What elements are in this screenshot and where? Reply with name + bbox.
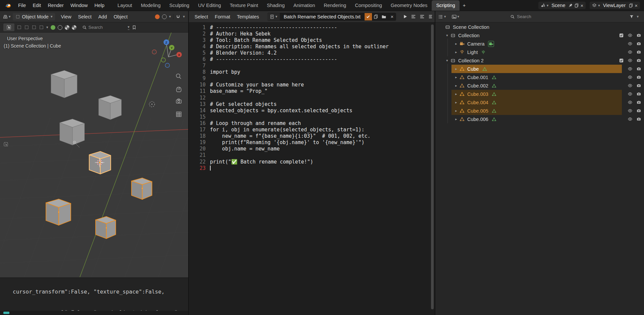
tab-sculpting[interactable]: Sculpting	[165, 0, 194, 11]
code-line[interactable]: 18 new_name = f"{base_name}{i:03}" # 001…	[194, 133, 435, 139]
snap-magnet-icon[interactable]	[176, 14, 180, 19]
code-line[interactable]: 14selected_objects = bpy.context.selecte…	[194, 107, 435, 114]
code-line[interactable]: 15	[194, 114, 435, 120]
chevron-down-icon[interactable]: ▾	[46, 25, 48, 29]
cube-object-unselected[interactable]	[51, 70, 77, 98]
code-line[interactable]: 17for i, obj in enumerate(selected_objec…	[194, 127, 435, 133]
menu-render[interactable]: Render	[44, 1, 67, 9]
tab-shading[interactable]: Shading	[263, 0, 289, 11]
expand-icon[interactable]: ▸	[454, 75, 459, 79]
code-line[interactable]: 21	[194, 152, 435, 159]
new-viewlayer-icon[interactable]	[629, 3, 633, 8]
code-line[interactable]: 2# Author: Heka Sebek	[194, 30, 435, 37]
chevron-down-icon[interactable]: ▾	[598, 4, 600, 7]
hide-eye-icon[interactable]	[628, 100, 633, 105]
navigation-gizmo[interactable]: Z Y X	[152, 40, 182, 68]
new-text-icon[interactable]	[372, 13, 380, 20]
hide-eye-icon[interactable]	[628, 75, 633, 80]
tab-uv-editing[interactable]: UV Editing	[194, 0, 225, 11]
select-mode-subtract-icon[interactable]	[32, 25, 37, 30]
code-line[interactable]: 9	[194, 75, 435, 82]
menu-object[interactable]: Object	[111, 13, 131, 21]
cube-object-selected[interactable]	[131, 178, 152, 199]
scrollbar-thumb[interactable]	[431, 24, 434, 309]
display-mode-icon[interactable]	[451, 14, 457, 19]
code-area[interactable]: 1# -------------------------------------…	[189, 22, 435, 315]
add-workspace-button[interactable]: +	[460, 0, 469, 11]
cube-object-unselected[interactable]	[99, 96, 121, 120]
outliner-row-collection-2[interactable]: ▾ Collection 2	[435, 56, 644, 65]
cube-object-selected[interactable]	[46, 199, 71, 225]
ortho-grid-icon[interactable]	[176, 112, 181, 117]
hide-eye-icon[interactable]	[628, 91, 633, 97]
expand-icon[interactable]: ▸	[454, 84, 459, 87]
bookmark-icon[interactable]	[132, 25, 137, 30]
hide-eye-icon[interactable]	[628, 33, 633, 38]
outliner-row-camera[interactable]: ▸ Camera	[435, 40, 644, 48]
gizmo-neg-y-ball[interactable]	[161, 58, 166, 62]
hide-eye-icon[interactable]	[628, 41, 633, 46]
code-line[interactable]: 12	[194, 94, 435, 101]
hide-eye-icon[interactable]	[628, 83, 633, 88]
scene-name[interactable]: Scene	[550, 3, 567, 8]
menu-window[interactable]: Window	[67, 1, 91, 9]
syntax-highlight-toggle-icon[interactable]	[428, 14, 432, 19]
menu-edit[interactable]: Edit	[29, 1, 44, 9]
editor-type-outliner-icon[interactable]	[438, 14, 443, 19]
outliner-row-cube-004[interactable]: ▸ Cube.004	[435, 98, 644, 107]
menu-add[interactable]: Add	[95, 13, 110, 21]
preset-dropdown-icon[interactable]: ▾	[128, 25, 130, 30]
gizmo-neg-x-ball[interactable]	[152, 50, 157, 54]
render-visibility-icon[interactable]	[636, 91, 641, 97]
editor-type-3d-viewport-icon[interactable]	[3, 14, 8, 19]
viewlayer-icon[interactable]	[592, 3, 597, 8]
outliner-row-cube-active[interactable]: ▸ Cube	[435, 65, 644, 73]
render-visibility-icon[interactable]	[636, 108, 641, 113]
camera-view-icon[interactable]	[176, 99, 181, 103]
remove-viewlayer-icon[interactable]: ×	[635, 3, 638, 8]
toolbar-tab-icon[interactable]	[4, 142, 8, 146]
expand-icon[interactable]: ▸	[454, 109, 459, 113]
code-line[interactable]: 20 obj.name = new_name	[194, 146, 435, 152]
chevron-down-icon[interactable]: ▾	[458, 15, 460, 18]
code-line[interactable]: 22print("✅ Batch rename complete!")	[194, 159, 435, 165]
viewlayer-name[interactable]: ViewLayer	[601, 3, 627, 8]
expand-icon[interactable]: ▸	[454, 92, 459, 96]
expand-icon[interactable]: ▸	[454, 50, 459, 54]
chevron-down-icon[interactable]: ▾	[637, 15, 639, 18]
render-visibility-icon[interactable]	[636, 33, 641, 38]
select-mode-invert-icon[interactable]	[39, 25, 44, 30]
render-visibility-icon[interactable]	[636, 83, 641, 88]
sphere-outline-icon[interactable]	[58, 25, 62, 30]
outliner-row-cube-005[interactable]: ▸ Cube.005	[435, 107, 644, 115]
outliner-search-input[interactable]	[517, 14, 567, 19]
open-text-icon[interactable]	[380, 13, 388, 20]
code-line[interactable]: 16# Loop through and rename each	[194, 120, 435, 126]
unlink-text-icon[interactable]: ×	[388, 13, 396, 20]
collection-checkbox-icon[interactable]	[619, 58, 624, 63]
code-line-current[interactable]: 23	[194, 165, 435, 171]
zoom-icon[interactable]	[176, 74, 181, 79]
filter-funnel-icon[interactable]	[629, 14, 634, 19]
expand-icon[interactable]: ▸	[454, 101, 459, 104]
code-line[interactable]: 6# -------------------------------------…	[194, 56, 435, 62]
render-visibility-icon[interactable]	[636, 75, 641, 80]
tab-animation[interactable]: Animation	[289, 0, 319, 11]
active-tool-select-box-button[interactable]	[3, 23, 14, 31]
tab-modeling[interactable]: Modeling	[137, 0, 165, 11]
expand-icon[interactable]: ▸	[454, 67, 459, 71]
outliner-row-cube-001[interactable]: ▸ Cube.001	[435, 73, 644, 81]
menu-help[interactable]: Help	[91, 1, 108, 9]
run-script-button[interactable]	[402, 14, 408, 19]
hide-eye-icon[interactable]	[628, 50, 633, 55]
render-visibility-icon[interactable]	[636, 50, 641, 55]
checker-sphere-icon[interactable]	[65, 25, 69, 30]
menu-format[interactable]: Format	[212, 13, 233, 21]
outliner-row-cube-003[interactable]: ▸ Cube.003	[435, 90, 644, 98]
menu-view[interactable]: View	[58, 13, 74, 21]
render-visibility-icon[interactable]	[636, 117, 641, 122]
text-name-field[interactable]: Batch Rename Selected Objects.txt	[280, 13, 365, 21]
chevron-down-icon[interactable]: ▾	[183, 15, 185, 18]
line-numbers-toggle-icon[interactable]	[411, 14, 416, 19]
pin-icon[interactable]	[568, 3, 573, 8]
